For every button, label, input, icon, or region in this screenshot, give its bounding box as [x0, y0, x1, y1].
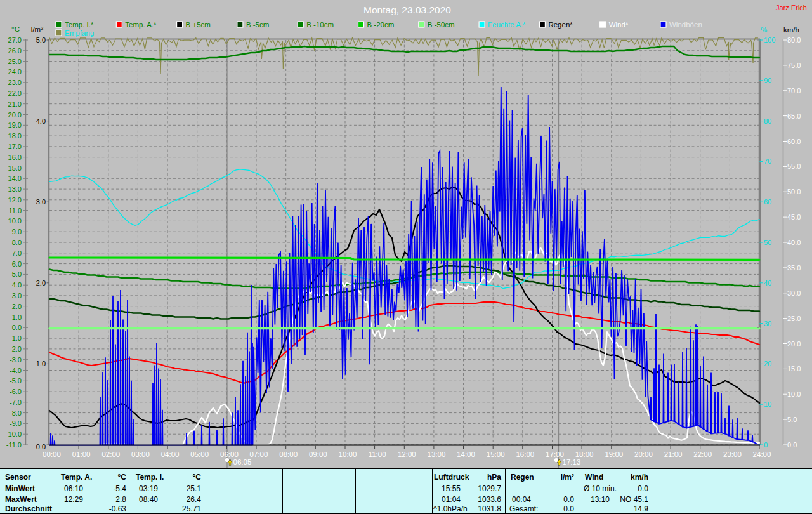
svg-text:12.0: 12.0 — [8, 196, 22, 204]
svg-text:3.0: 3.0 — [12, 292, 22, 300]
svg-text:40.0: 40.0 — [787, 239, 801, 246]
svg-text:Temp. I.*: Temp. I.* — [65, 21, 94, 29]
svg-text:20.0: 20.0 — [787, 340, 801, 348]
svg-text:18:00: 18:00 — [575, 451, 594, 458]
svg-text:15:00: 15:00 — [487, 451, 505, 458]
svg-text:100: 100 — [764, 36, 775, 44]
svg-text:MaxWert: MaxWert — [5, 495, 37, 504]
svg-text:Wind: Wind — [585, 473, 603, 482]
svg-text:01:04: 01:04 — [442, 495, 461, 504]
svg-text:Regen*: Regen* — [548, 21, 573, 29]
svg-text:26.0: 26.0 — [8, 47, 22, 55]
svg-text:Temp. I.: Temp. I. — [136, 473, 164, 482]
svg-text:0.0: 0.0 — [787, 441, 797, 449]
svg-text:17:13: 17:13 — [563, 458, 581, 466]
svg-text:03:00: 03:00 — [131, 451, 150, 458]
svg-text:70: 70 — [764, 157, 771, 165]
svg-text:80: 80 — [764, 117, 771, 125]
svg-text:1033.6: 1033.6 — [478, 495, 501, 504]
svg-text:1.0: 1.0 — [36, 360, 46, 367]
svg-text:-10.0: -10.0 — [6, 430, 22, 438]
svg-text:2.0: 2.0 — [12, 303, 22, 310]
svg-text:2.0: 2.0 — [36, 279, 46, 287]
svg-text:15:55: 15:55 — [442, 484, 461, 493]
svg-text:5.0: 5.0 — [12, 270, 22, 278]
svg-text:MinWert: MinWert — [5, 484, 35, 493]
svg-text:20:00: 20:00 — [634, 451, 653, 458]
svg-text:-0.63: -0.63 — [109, 504, 127, 513]
svg-text:Montag, 23.03.2020: Montag, 23.03.2020 — [363, 4, 451, 15]
svg-text:Sensor: Sensor — [5, 473, 31, 482]
svg-text:19:00: 19:00 — [605, 451, 623, 458]
svg-text:50: 50 — [764, 239, 771, 246]
svg-text:00:04: 00:04 — [512, 495, 531, 504]
svg-text:0.0: 0.0 — [563, 495, 574, 504]
svg-text:%: % — [761, 26, 767, 34]
svg-text:10.0: 10.0 — [787, 390, 801, 398]
svg-text:20: 20 — [764, 360, 771, 367]
svg-text:02:00: 02:00 — [102, 451, 120, 458]
svg-text:B -20cm: B -20cm — [367, 21, 395, 29]
svg-text:25.0: 25.0 — [8, 58, 22, 65]
svg-text:°C: °C — [118, 473, 127, 482]
svg-text:Feuchte A.*: Feuchte A.* — [488, 21, 526, 29]
svg-text:21:00: 21:00 — [664, 451, 683, 458]
svg-text:3.0: 3.0 — [36, 198, 46, 206]
svg-text:l/m²: l/m² — [561, 473, 574, 482]
svg-text:60: 60 — [764, 198, 771, 206]
svg-text:24.0: 24.0 — [8, 68, 22, 76]
svg-text:Luftdruck: Luftdruck — [434, 473, 469, 482]
svg-text:-7.0: -7.0 — [10, 399, 22, 406]
svg-text:12:00: 12:00 — [398, 451, 416, 458]
svg-text:06:05: 06:05 — [233, 458, 252, 466]
svg-text:75.0: 75.0 — [787, 62, 801, 69]
svg-text:04:00: 04:00 — [161, 451, 180, 458]
svg-text:^1.0hPa/h: ^1.0hPa/h — [433, 504, 468, 513]
svg-text:50.0: 50.0 — [787, 188, 801, 195]
svg-text:09:00: 09:00 — [309, 451, 327, 458]
svg-text:Gesamt:: Gesamt: — [509, 504, 538, 513]
svg-text:14:00: 14:00 — [457, 451, 475, 458]
svg-text:Durchschnitt: Durchschnitt — [5, 504, 52, 513]
svg-text:6.0: 6.0 — [12, 260, 22, 268]
svg-text:5.0: 5.0 — [36, 36, 46, 44]
svg-text:24:00: 24:00 — [753, 451, 771, 458]
svg-text:0.0: 0.0 — [36, 443, 46, 451]
svg-text:km/h: km/h — [783, 26, 799, 34]
svg-text:Ø 10 min.: Ø 10 min. — [584, 484, 617, 493]
svg-text:13:10: 13:10 — [591, 495, 610, 504]
svg-text:14.0: 14.0 — [8, 175, 22, 182]
svg-text:Regen: Regen — [511, 473, 534, 482]
svg-text:l/m²: l/m² — [31, 25, 43, 33]
svg-text:55.0: 55.0 — [787, 162, 801, 170]
svg-text:30: 30 — [764, 320, 771, 327]
svg-text:45.0: 45.0 — [787, 213, 801, 221]
svg-text:7.0: 7.0 — [12, 249, 22, 257]
svg-text:Windböen: Windböen — [669, 21, 702, 29]
svg-text:-3.0: -3.0 — [10, 356, 22, 364]
svg-text:Temp. A.: Temp. A. — [61, 473, 92, 482]
svg-text:-9.0: -9.0 — [10, 419, 22, 427]
svg-text:22:00: 22:00 — [693, 451, 712, 458]
svg-text:14.9: 14.9 — [634, 504, 649, 513]
svg-text:10.0: 10.0 — [8, 217, 22, 225]
svg-text:°C: °C — [193, 473, 202, 482]
svg-text:30.0: 30.0 — [787, 289, 801, 297]
svg-text:0: 0 — [764, 441, 768, 449]
svg-text:17.0: 17.0 — [8, 143, 22, 150]
svg-text:25.1: 25.1 — [187, 484, 202, 493]
svg-text:-11.0: -11.0 — [6, 441, 22, 449]
svg-text:Jarz Erich: Jarz Erich — [776, 4, 807, 11]
svg-text:°C: °C — [11, 25, 20, 33]
svg-text:0.0: 0.0 — [638, 484, 648, 493]
svg-text:hPa: hPa — [487, 473, 501, 482]
svg-text:9.0: 9.0 — [12, 228, 22, 235]
svg-text:23.0: 23.0 — [8, 79, 22, 86]
svg-text:18.0: 18.0 — [8, 132, 22, 140]
svg-text:27.0: 27.0 — [8, 36, 22, 44]
svg-text:06:00: 06:00 — [220, 451, 239, 458]
svg-text:35.0: 35.0 — [787, 264, 801, 272]
svg-text:11.0: 11.0 — [8, 207, 22, 214]
svg-text:Empfang: Empfang — [65, 29, 94, 37]
svg-text:65.0: 65.0 — [787, 112, 801, 120]
